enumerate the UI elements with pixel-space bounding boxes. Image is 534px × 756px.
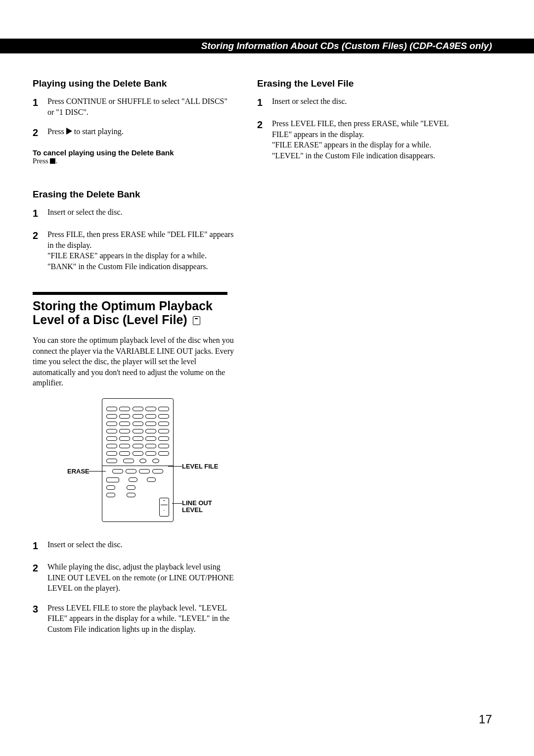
step-text: Press CONTINUE or SHUFFLE to select "ALL… [47, 96, 234, 117]
step-number: 2 [33, 229, 47, 272]
label-level-file: LEVEL FILE [182, 463, 218, 470]
step-number: 2 [33, 126, 47, 140]
page-number: 17 [479, 712, 492, 726]
step-text: Press LEVEL FILE, then press ERASE, whil… [272, 118, 459, 161]
step-text: Press LEVEL FILE to store the playback l… [47, 603, 234, 635]
step: 2 While playing the disc, adjust the pla… [33, 562, 234, 594]
heading-erasing-level-file: Erasing the Level File [257, 78, 459, 89]
step: 1 Insert or select the disc. [33, 539, 234, 553]
play-icon [66, 128, 72, 135]
section-rule [33, 292, 227, 295]
step-text: While playing the disc, adjust the playb… [47, 562, 234, 594]
note-title: To cancel playing using the Delete Bank [33, 148, 234, 157]
step: 1 Insert or select the disc. [33, 207, 234, 220]
step-text: Insert or select the disc. [47, 539, 234, 553]
note-body: Press . [33, 157, 234, 165]
step-number: 3 [33, 603, 47, 635]
cancel-note: To cancel playing using the Delete Bank … [33, 148, 234, 165]
step: 2 Press FILE, then press ERASE while "DE… [33, 229, 234, 272]
step-text: Insert or select the disc. [47, 207, 234, 220]
step-number: 2 [257, 118, 272, 161]
step: 3 Press LEVEL FILE to store the playback… [33, 603, 234, 635]
stop-icon [50, 158, 55, 164]
step: 1 Press CONTINUE or SHUFFLE to select "A… [33, 96, 234, 117]
label-erase: ERASE [67, 468, 89, 475]
step-text: Press to start playing. [47, 126, 234, 140]
step-number: 1 [257, 96, 272, 109]
remote-icon [193, 316, 200, 325]
label-line-out-level: LINE OUT LEVEL [182, 500, 226, 514]
heading-playing-delete-bank: Playing using the Delete Bank [33, 78, 234, 89]
heading-erasing-delete-bank: Erasing the Delete Bank [33, 189, 234, 200]
level-file-intro: You can store the optimum playback level… [33, 335, 234, 388]
step-number: 1 [33, 96, 47, 117]
page-header-bar: Storing Information About CDs (Custom Fi… [0, 39, 534, 53]
section-title-level-file: Storing the Optimum Playback Level of a … [33, 299, 234, 328]
step-text: Insert or select the disc. [272, 96, 459, 109]
remote-figure: + - ERASE LEVEL FILE LINE OUT LEVEL [33, 398, 234, 527]
step-number: 2 [33, 562, 47, 594]
step: 2 Press to start playing. [33, 126, 234, 140]
line-out-level-button: + - [159, 498, 169, 517]
left-column: Playing using the Delete Bank 1 Press CO… [33, 78, 234, 644]
right-column: Erasing the Level File 1 Insert or selec… [257, 78, 459, 170]
step-number: 1 [33, 207, 47, 220]
step-number: 1 [33, 539, 47, 553]
step: 2 Press LEVEL FILE, then press ERASE, wh… [257, 118, 459, 161]
step-text: Press FILE, then press ERASE while "DEL … [47, 229, 234, 272]
remote-outline: + - [102, 398, 174, 522]
step: 1 Insert or select the disc. [257, 96, 459, 109]
